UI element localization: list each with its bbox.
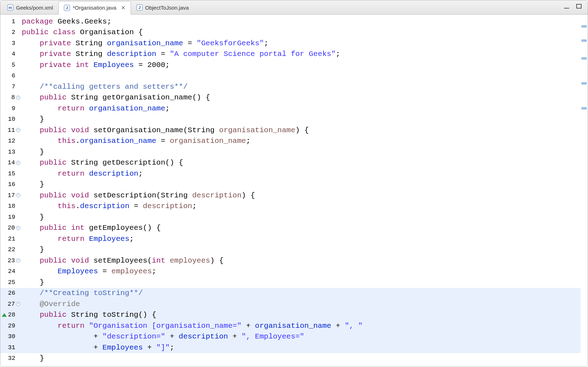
code-line: public String getDescription() { [22, 157, 581, 169]
code-line: /**calling getters and setters**/ [22, 81, 581, 92]
gutter-line[interactable]: 14− [0, 157, 22, 169]
line-number: 22 [5, 246, 15, 253]
code-line: Employees = employees; [22, 266, 581, 277]
gutter-line[interactable]: 9 [0, 103, 22, 114]
gutter-line[interactable]: 15 [0, 168, 22, 179]
tab-label: *Organisation.java [73, 5, 116, 11]
gutter-line[interactable]: 2 [0, 27, 22, 38]
code-line: public void setOrganisation_name(String … [22, 125, 581, 136]
fold-toggle-icon[interactable]: − [16, 226, 20, 230]
code-line: } [22, 212, 581, 223]
gutter-line[interactable]: 10 [0, 114, 22, 125]
fold-toggle-icon[interactable]: − [16, 128, 20, 132]
gutter-line[interactable]: 25 [0, 277, 22, 288]
line-number: 9 [5, 105, 15, 112]
svg-text:J: J [138, 5, 141, 10]
fold-toggle-icon[interactable]: − [16, 302, 20, 306]
line-number: 15 [5, 170, 15, 177]
code-line: } [22, 146, 581, 157]
gutter-line[interactable]: 24 [0, 266, 22, 277]
tab-pom-xml[interactable]: m Geeks/pom.xml [2, 1, 58, 14]
gutter-line[interactable]: 29 [0, 320, 22, 331]
tab-label: ObjectToJson.java [145, 5, 189, 11]
gutter-line[interactable]: 32 [0, 353, 22, 364]
line-number: 4 [5, 51, 15, 57]
gutter-line[interactable]: 1 [0, 16, 22, 27]
fold-toggle-icon[interactable]: − [16, 161, 20, 165]
line-number: 17 [5, 192, 15, 199]
gutter-line[interactable]: 20− [0, 223, 22, 234]
gutter-line[interactable]: 30 [0, 331, 22, 342]
gutter-line[interactable]: 23− [0, 255, 22, 266]
svg-text:m: m [9, 5, 12, 10]
tab-objecttojson-java[interactable]: J ObjectToJson.java [131, 1, 194, 14]
gutter-line[interactable]: 27− [0, 299, 22, 310]
gutter-line[interactable]: 31 [0, 342, 22, 353]
overview-marker[interactable] [582, 82, 587, 84]
line-number: 8 [5, 94, 15, 101]
line-number: 14 [5, 159, 15, 166]
tab-organisation-java[interactable]: J *Organisation.java ✕ [58, 1, 131, 15]
code-line: } [22, 244, 581, 255]
gutter-line[interactable]: 8− [0, 92, 22, 103]
gutter-line[interactable]: 18 [0, 201, 22, 212]
svg-rect-7 [577, 4, 581, 8]
gutter-line[interactable]: 17− [0, 190, 22, 201]
line-gutter[interactable]: 12345678−91011−121314−151617−181920−2122… [0, 15, 22, 367]
code-area[interactable]: package Geeks.Geeks; public class Organi… [22, 15, 581, 367]
java-icon: J [136, 4, 143, 11]
line-number: 10 [5, 116, 15, 123]
code-line: + Employees + "]"; [22, 342, 581, 353]
gutter-line[interactable]: 5 [0, 60, 22, 71]
override-marker-icon[interactable] [2, 313, 7, 317]
line-number: 11 [5, 127, 15, 134]
gutter-line[interactable]: 13 [0, 146, 22, 157]
code-line: this.organisation_name = organisation_na… [22, 136, 581, 147]
overview-marker[interactable] [582, 57, 587, 60]
minimize-button[interactable] [564, 4, 570, 11]
code-line: } [22, 277, 581, 288]
gutter-line[interactable]: 7 [0, 81, 22, 92]
gutter-line[interactable]: 3 [0, 38, 22, 49]
code-line: this.description = description; [22, 201, 581, 212]
gutter-line[interactable]: 12 [0, 136, 22, 147]
line-number: 25 [5, 279, 15, 286]
overview-marker[interactable] [582, 25, 587, 27]
overview-ruler[interactable] [581, 15, 588, 367]
line-number: 29 [5, 322, 15, 329]
line-number: 32 [5, 355, 15, 362]
code-line: return "Organisation [organisation_name=… [22, 320, 581, 331]
gutter-line[interactable]: 19 [0, 212, 22, 223]
overview-marker[interactable] [582, 107, 587, 109]
close-icon[interactable]: ✕ [121, 5, 126, 11]
line-number: 21 [5, 236, 15, 242]
window-buttons [564, 4, 586, 11]
gutter-line[interactable]: 28 [0, 310, 22, 321]
gutter-line[interactable]: 6 [0, 71, 22, 82]
line-number: 24 [5, 268, 15, 275]
line-number: 27 [5, 301, 15, 307]
gutter-line[interactable]: 26 [0, 288, 22, 299]
code-line: public void setDescription(String descri… [22, 190, 581, 201]
line-number: 5 [5, 62, 15, 68]
line-number: 23 [5, 257, 15, 264]
line-number: 31 [5, 344, 15, 351]
overview-marker[interactable] [582, 40, 587, 42]
code-line: /**Creating toString**/ [22, 288, 581, 299]
line-number: 13 [5, 149, 15, 155]
code-line: } [22, 114, 581, 125]
gutter-line[interactable]: 11− [0, 125, 22, 136]
gutter-line[interactable]: 16 [0, 179, 22, 190]
line-number: 2 [5, 29, 15, 36]
fold-toggle-icon[interactable]: − [16, 193, 20, 197]
fold-toggle-icon[interactable]: − [16, 95, 20, 100]
maximize-button[interactable] [576, 4, 582, 11]
fold-toggle-icon[interactable]: − [16, 258, 20, 263]
gutter-line[interactable]: 22 [0, 244, 22, 255]
line-number: 28 [5, 311, 15, 318]
gutter-line[interactable]: 4 [0, 49, 22, 60]
maven-icon: m [7, 4, 14, 11]
gutter-line[interactable]: 21 [0, 233, 22, 244]
code-line: return description; [22, 168, 581, 179]
line-number: 20 [5, 224, 15, 231]
